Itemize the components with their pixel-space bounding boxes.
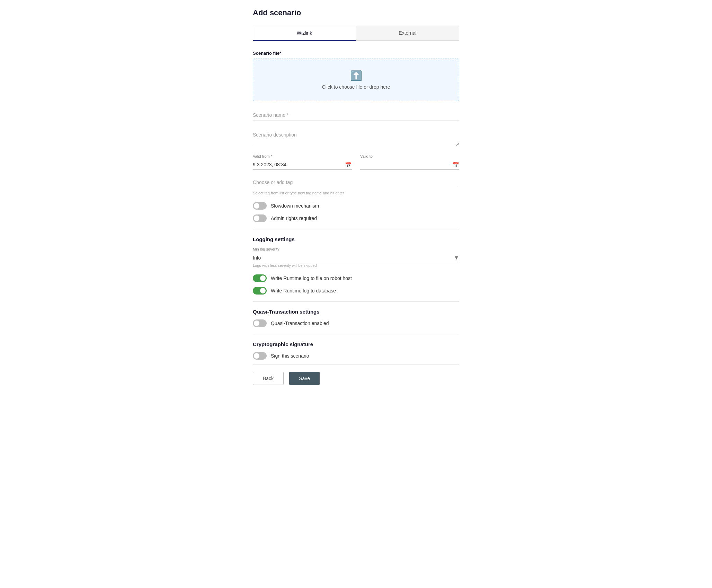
admin-toggle-row: Admin rights required <box>253 214 459 222</box>
upload-text: Click to choose file or drop here <box>322 84 390 90</box>
slowdown-slider <box>253 202 267 210</box>
scenario-description-group <box>253 129 459 147</box>
scenario-file-label: Scenario file* <box>253 51 459 56</box>
slowdown-toggle[interactable] <box>253 202 267 210</box>
upload-icon: ⬆️ <box>259 70 453 81</box>
date-row: Valid from * 📅 Valid to 📅 <box>253 154 459 170</box>
quasi-section-title: Quasi-Transaction settings <box>253 309 459 315</box>
slowdown-label: Slowdown mechanism <box>271 203 319 209</box>
divider-2 <box>253 301 459 302</box>
calendar-icon-from[interactable]: 📅 <box>345 161 352 168</box>
valid-to-input[interactable] <box>360 160 452 169</box>
valid-to-label: Valid to <box>360 154 459 158</box>
calendar-icon-to[interactable]: 📅 <box>452 161 459 168</box>
bottom-bar: Back Save <box>253 365 459 385</box>
write-log-db-slider <box>253 287 267 295</box>
quasi-toggle[interactable] <box>253 319 267 327</box>
log-severity-select[interactable]: Debug Info Warning Error Critical <box>253 255 454 261</box>
log-severity-hint: Logs with less severity will be skipped <box>253 263 459 267</box>
select-arrow-icon: ▼ <box>454 255 459 261</box>
write-log-file-slider <box>253 274 267 282</box>
quasi-slider <box>253 319 267 327</box>
quasi-toggle-row: Quasi-Transaction enabled <box>253 319 459 327</box>
write-log-file-toggle[interactable] <box>253 274 267 282</box>
valid-from-wrapper: Valid from * 📅 <box>253 154 352 170</box>
tag-input[interactable] <box>253 177 459 188</box>
log-severity-group: Min log severity Debug Info Warning Erro… <box>253 247 459 267</box>
divider-1 <box>253 229 459 229</box>
write-log-file-row: Write Runtime log to file on robot host <box>253 274 459 282</box>
tab-bar: Wizlink External <box>253 26 459 41</box>
tab-external[interactable]: External <box>356 26 459 40</box>
valid-to-wrapper: Valid to 📅 <box>360 154 459 170</box>
sign-label: Sign this scenario <box>271 353 309 359</box>
write-log-file-label: Write Runtime log to file on robot host <box>271 275 352 281</box>
sign-slider <box>253 352 267 360</box>
logging-section-title: Logging settings <box>253 236 459 242</box>
admin-toggle[interactable] <box>253 214 267 222</box>
admin-slider <box>253 214 267 222</box>
tab-wizlink[interactable]: Wizlink <box>253 26 356 41</box>
save-button[interactable]: Save <box>289 372 320 385</box>
tag-hint: Select tag from list or type new tag nam… <box>253 191 459 195</box>
scenario-name-group <box>253 109 459 122</box>
sign-toggle[interactable] <box>253 352 267 360</box>
write-log-db-toggle[interactable] <box>253 287 267 295</box>
page-title: Add scenario <box>253 8 459 17</box>
slowdown-toggle-row: Slowdown mechanism <box>253 202 459 210</box>
valid-from-input[interactable] <box>253 160 345 169</box>
admin-label: Admin rights required <box>271 216 317 221</box>
file-upload-area[interactable]: ⬆️ Click to choose file or drop here <box>253 59 459 101</box>
scenario-file-section: Scenario file* ⬆️ Click to choose file o… <box>253 51 459 101</box>
crypto-section-title: Cryptographic signature <box>253 341 459 347</box>
scenario-description-input[interactable] <box>253 129 459 146</box>
divider-3 <box>253 334 459 334</box>
valid-from-label: Valid from * <box>253 154 352 158</box>
quasi-label: Quasi-Transaction enabled <box>271 321 329 326</box>
write-log-db-row: Write Runtime log to database <box>253 287 459 295</box>
sign-toggle-row: Sign this scenario <box>253 352 459 360</box>
scenario-name-input[interactable] <box>253 109 459 121</box>
write-log-db-label: Write Runtime log to database <box>271 288 336 293</box>
back-button[interactable]: Back <box>253 372 284 385</box>
log-severity-label: Min log severity <box>253 247 459 251</box>
tag-group: Select tag from list or type new tag nam… <box>253 177 459 195</box>
